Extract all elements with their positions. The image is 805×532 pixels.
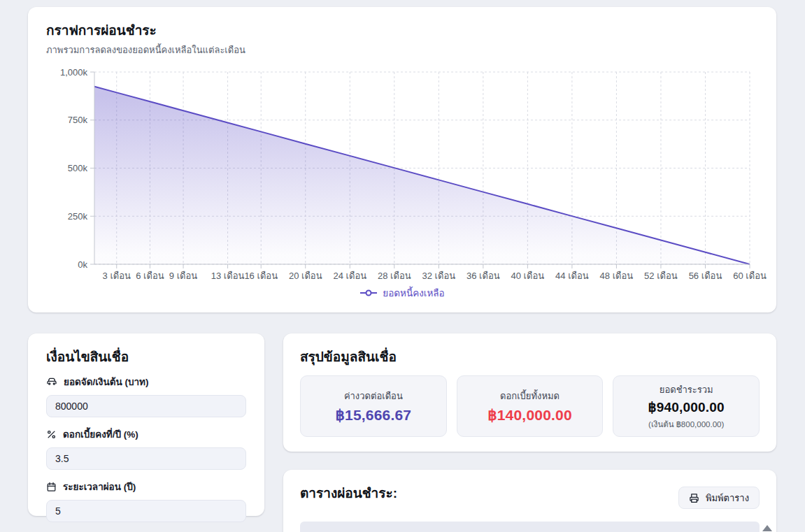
interest-field-group: ดอกเบี้ยคงที่/ปี (%) [46, 426, 246, 470]
loan-conditions-card: เงื่อนไขสินเชื่อ ยอดจัด/เงินต้น (บาท) ดอ… [28, 333, 264, 516]
interest-input[interactable] [46, 447, 246, 470]
stat-label: ดอกเบี้ยทั้งหมด [500, 389, 560, 403]
svg-text:0k: 0k [78, 259, 87, 270]
principal-input[interactable] [46, 395, 246, 417]
print-table-button[interactable]: พิมพ์ตาราง [678, 487, 760, 509]
stat-label: ค่างวดต่อเดือน [344, 389, 403, 403]
svg-text:13 เดือน: 13 เดือน [211, 271, 245, 281]
svg-text:56 เดือน: 56 เดือน [689, 271, 722, 281]
stat-value: ฿940,000.00 [648, 399, 724, 415]
svg-text:32 เดือน: 32 เดือน [422, 271, 455, 281]
svg-text:500k: 500k [68, 163, 88, 173]
principal-field-group: ยอดจัด/เงินต้น (บาท) [46, 374, 246, 417]
total-payment-stat: ยอดชำระรวม ฿940,000.00 (เงินต้น ฿800,000… [613, 375, 760, 437]
stat-value: ฿140,000.00 [487, 407, 572, 424]
svg-text:48 เดือน: 48 เดือน [600, 271, 634, 281]
print-button-label: พิมพ์ตาราง [706, 491, 749, 505]
svg-text:52 เดือน: 52 เดือน [644, 271, 678, 281]
svg-text:6 เดือน: 6 เดือน [136, 271, 164, 281]
balance-area-chart[interactable]: 0k250k500k750k1,000k3 เดือน6 เดือน9 เดือ… [28, 57, 776, 282]
svg-text:250k: 250k [68, 211, 88, 222]
car-icon [46, 376, 57, 387]
amortization-table-card: ตารางผ่อนชำระ: พิมพ์ตาราง [283, 470, 776, 532]
term-input[interactable] [46, 500, 246, 522]
svg-text:9 เดือน: 9 เดือน [169, 271, 198, 281]
svg-text:40 เดือน: 40 เดือน [511, 271, 545, 281]
chart-legend[interactable]: ยอดหนี้คงเหลือ [28, 285, 776, 301]
stat-subtext: (เงินต้น ฿800,000.00) [648, 418, 724, 431]
stat-value: ฿15,666.67 [335, 407, 411, 424]
monthly-payment-stat: ค่างวดต่อเดือน ฿15,666.67 [300, 375, 447, 437]
svg-text:24 เดือน: 24 เดือน [333, 271, 366, 281]
svg-text:1,000k: 1,000k [60, 67, 88, 78]
principal-label: ยอดจัด/เงินต้น (บาท) [64, 374, 148, 389]
calendar-icon [46, 482, 57, 492]
interest-label: ดอกเบี้ยคงที่/ปี (%) [63, 426, 138, 442]
printer-icon [689, 493, 699, 503]
svg-text:28 เดือน: 28 เดือน [378, 271, 411, 281]
term-field-group: ระยะเวลาผ่อน (ปี) [46, 479, 246, 522]
loan-summary-card: สรุปข้อมูลสินเชื่อ ค่างวดต่อเดือน ฿15,66… [283, 333, 776, 452]
term-label: ระยะเวลาผ่อน (ปี) [63, 479, 136, 494]
conditions-title: เงื่อนไขสินเชื่อ [46, 349, 246, 366]
stat-label: ยอดชำระรวม [660, 382, 713, 397]
svg-text:44 เดือน: 44 เดือน [555, 271, 589, 281]
line-series-icon [359, 289, 378, 297]
svg-text:60 เดือน: 60 เดือน [733, 271, 767, 281]
table-header-row [300, 522, 760, 532]
percent-icon [46, 429, 57, 440]
legend-label: ยอดหนี้คงเหลือ [383, 285, 444, 301]
svg-text:36 เดือน: 36 เดือน [466, 271, 500, 281]
chart-subtitle: ภาพรวมการลดลงของยอดหนี้คงเหลือในแต่ละเดื… [46, 43, 758, 57]
table-title: ตารางผ่อนชำระ: [300, 485, 397, 502]
summary-title: สรุปข้อมูลสินเชื่อ [300, 349, 760, 366]
svg-text:16 เดือน: 16 เดือน [244, 271, 278, 281]
total-interest-stat: ดอกเบี้ยทั้งหมด ฿140,000.00 [457, 375, 604, 437]
svg-text:750k: 750k [68, 115, 88, 125]
scroll-up-icon[interactable] [762, 525, 772, 531]
svg-text:3 เดือน: 3 เดือน [103, 271, 131, 281]
svg-text:20 เดือน: 20 เดือน [289, 271, 322, 281]
chart-title: กราฟการผ่อนชำระ [46, 22, 758, 39]
amortization-chart-card: กราฟการผ่อนชำระ ภาพรวมการลดลงของยอดหนี้ค… [28, 7, 776, 312]
